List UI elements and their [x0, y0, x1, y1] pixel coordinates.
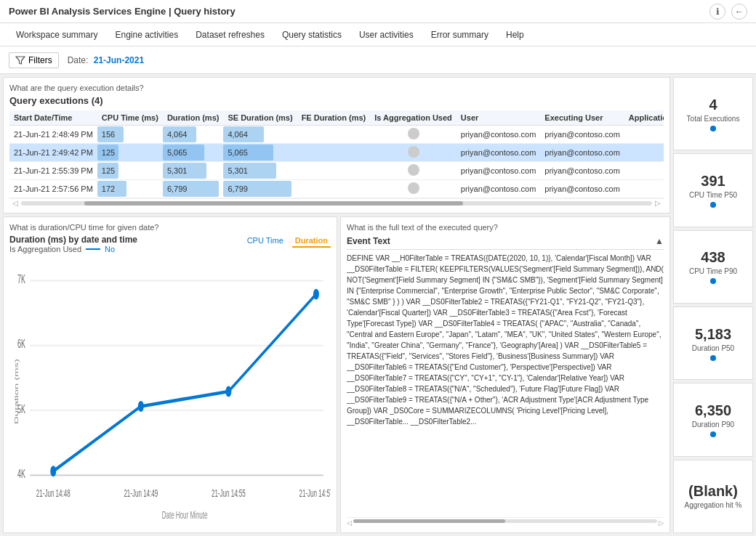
- stat-label: Duration P50: [692, 344, 734, 352]
- app-header: Power BI Analysis Services Engine | Quer…: [0, 0, 756, 23]
- nav-dataset-refreshes[interactable]: Dataset refreshes: [188, 23, 272, 46]
- svg-text:4K: 4K: [17, 467, 25, 481]
- cell-duration: 6,799: [163, 180, 224, 198]
- horizontal-scrollbar[interactable]: [21, 201, 652, 206]
- date-value: 21-Jun-2021: [94, 55, 144, 65]
- query-hscrollbar[interactable]: [353, 519, 657, 523]
- svg-text:21-Jun 14:55: 21-Jun 14:55: [212, 487, 246, 499]
- stat-label: CPU Time P90: [689, 267, 737, 275]
- cell-user: priyan@contoso.com: [457, 180, 541, 198]
- stat-card-4: 6,350 Duration P90: [673, 383, 753, 456]
- stat-card-5: (Blank) Aggregation hit %: [673, 460, 753, 533]
- stat-card-2: 438 CPU Time P90: [673, 230, 753, 304]
- table-section-label: What are the query execution details?: [9, 84, 664, 92]
- svg-text:7K: 7K: [17, 272, 25, 286]
- svg-text:21-Jun 14:48: 21-Jun 14:48: [36, 487, 71, 499]
- left-panel: What are the query execution details? Qu…: [3, 77, 670, 533]
- stat-label: CPU Time P50: [689, 191, 737, 199]
- cell-fe-duration: [297, 144, 371, 162]
- table-header-row: Start Date/Time CPU Time (ms) Duration (…: [9, 110, 664, 126]
- nav-bar: Workspace summary Engine activities Data…: [0, 23, 756, 46]
- col-duration: Duration (ms): [163, 110, 224, 126]
- cell-fe-duration: [297, 162, 371, 180]
- cell-agg: [370, 126, 457, 144]
- stat-label: Duration P90: [692, 421, 734, 429]
- nav-user-activities[interactable]: User activities: [352, 23, 421, 46]
- chart-tab-cpu[interactable]: CPU Time: [244, 235, 286, 248]
- stat-number: 6,350: [695, 402, 731, 419]
- col-se-duration: SE Duration (ms): [223, 110, 297, 126]
- cell-cpu: 125: [97, 144, 163, 162]
- nav-engine-activities[interactable]: Engine activities: [108, 23, 185, 46]
- table-row[interactable]: 21-Jun-21 2:55:39 PM 125 5,301 5,301 pri…: [9, 162, 664, 180]
- cell-duration: 5,065: [163, 144, 224, 162]
- svg-text:Date Hour Minute: Date Hour Minute: [162, 508, 208, 521]
- nav-query-statistics[interactable]: Query statistics: [275, 23, 349, 46]
- event-text-label: Event Text: [347, 236, 390, 246]
- svg-text:21-Jun 14:49: 21-Jun 14:49: [124, 487, 158, 499]
- col-fe-duration: FE Duration (ms): [297, 110, 371, 126]
- stat-number: 5,183: [695, 326, 731, 343]
- stat-dot: [710, 355, 716, 361]
- cell-duration: 4,064: [163, 126, 224, 144]
- agg-legend-label: Is Aggregation Used: [9, 245, 81, 253]
- back-icon-button[interactable]: ←: [731, 4, 747, 20]
- stat-dot: [710, 278, 716, 284]
- cell-datetime: 21-Jun-21 2:57:56 PM: [9, 180, 97, 198]
- nav-help[interactable]: Help: [499, 23, 531, 46]
- table-body: 21-Jun-21 2:48:49 PM 156 4,064 4,064 pri…: [9, 126, 664, 198]
- cell-application: [624, 162, 664, 180]
- col-user: User: [457, 110, 541, 126]
- date-label: Date: 21-Jun-2021: [68, 55, 144, 65]
- cell-agg: [370, 162, 457, 180]
- toolbar: Filters Date: 21-Jun-2021: [0, 46, 756, 74]
- chart-tab-duration[interactable]: Duration: [292, 235, 331, 248]
- table-row[interactable]: 21-Jun-21 2:48:49 PM 156 4,064 4,064 pri…: [9, 126, 664, 144]
- filter-label: Filters: [28, 55, 52, 65]
- cell-exec-user: priyan@contoso.com: [540, 144, 624, 162]
- stat-number: 391: [701, 173, 725, 190]
- cell-se-duration: 6,799: [223, 180, 297, 198]
- query-panel: What is the full text of the executed qu…: [340, 216, 670, 533]
- svg-text:6K: 6K: [17, 338, 25, 352]
- stat-dot: [710, 431, 716, 437]
- table-scroll-area[interactable]: Start Date/Time CPU Time (ms) Duration (…: [9, 110, 664, 198]
- table-scrollbar-row: ◁ ▷: [9, 198, 664, 207]
- svg-point-13: [313, 289, 319, 300]
- query-panel-label: What is the full text of the executed qu…: [347, 223, 664, 232]
- chart-tabs: CPU Time Duration: [244, 235, 331, 248]
- cell-datetime: 21-Jun-21 2:48:49 PM: [9, 126, 97, 144]
- col-exec-user: Executing User: [540, 110, 624, 126]
- cell-exec-user: priyan@contoso.com: [540, 180, 624, 198]
- svg-text:21-Jun 14:57: 21-Jun 14:57: [299, 487, 331, 499]
- cell-se-duration: 4,064: [223, 126, 297, 144]
- cell-exec-user: priyan@contoso.com: [540, 126, 624, 144]
- cell-agg: [370, 180, 457, 198]
- query-text-content[interactable]: DEFINE VAR __H0FilterTable = TREATAS({DA…: [347, 253, 664, 516]
- stat-label: Total Executions: [687, 115, 740, 123]
- cell-user: priyan@contoso.com: [457, 126, 541, 144]
- chart-legend: Is Aggregation Used No: [9, 245, 137, 253]
- info-icon-button[interactable]: ℹ: [709, 4, 725, 20]
- filter-button[interactable]: Filters: [9, 52, 59, 68]
- table-row[interactable]: 21-Jun-21 2:57:56 PM 172 6,799 6,799 pri…: [9, 180, 664, 198]
- stat-card-3: 5,183 Duration P50: [673, 306, 753, 380]
- cell-duration: 5,301: [163, 162, 224, 180]
- scrollbar-thumb: [84, 201, 463, 206]
- cell-fe-duration: [297, 180, 371, 198]
- event-text-expand-icon[interactable]: ▲: [655, 236, 664, 246]
- duration-chart-svg: 7K 6K 5K 4K Duration (ms): [9, 256, 331, 527]
- chart-section-label: What is duration/CPU time for given date…: [9, 223, 331, 232]
- cell-user: priyan@contoso.com: [457, 162, 541, 180]
- right-sidebar: 4 Total Executions 391 CPU Time P50 438 …: [673, 77, 753, 533]
- table-row[interactable]: 21-Jun-21 2:49:42 PM 125 5,065 5,065 pri…: [9, 144, 664, 162]
- cell-exec-user: priyan@contoso.com: [540, 162, 624, 180]
- nav-workspace-summary[interactable]: Workspace summary: [9, 23, 105, 46]
- table-section: What are the query execution details? Qu…: [3, 77, 670, 214]
- stat-card-1: 391 CPU Time P50: [673, 153, 753, 227]
- app-title: Power BI Analysis Services Engine | Quer…: [9, 6, 236, 17]
- chart-controls: Duration (ms) by date and time Is Aggreg…: [9, 235, 331, 253]
- nav-error-summary[interactable]: Error summary: [424, 23, 496, 46]
- chart-title-block: Duration (ms) by date and time Is Aggreg…: [9, 235, 137, 253]
- cell-user: priyan@contoso.com: [457, 144, 541, 162]
